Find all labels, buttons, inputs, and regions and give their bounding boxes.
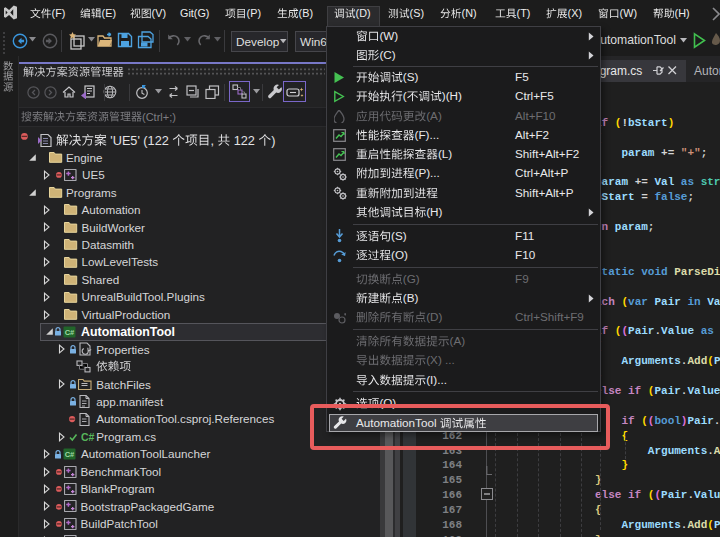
svg-text:C#: C# xyxy=(64,328,74,337)
svg-text:(N): (N) xyxy=(462,7,477,19)
svg-text:(: ( xyxy=(403,90,407,103)
svg-text:(P)...: (P)... xyxy=(415,167,440,180)
svg-text:(S): (S) xyxy=(403,70,419,83)
svg-text:(F)...: (F)... xyxy=(415,128,440,141)
svg-text:(H): (H) xyxy=(426,205,442,218)
svg-text:,: , xyxy=(210,133,217,147)
svg-text:(B): (B) xyxy=(299,7,313,19)
svg-text:Ctrl+F5: Ctrl+F5 xyxy=(515,90,554,103)
svg-text:(W): (W) xyxy=(620,7,637,19)
svg-text:(W): (W) xyxy=(379,30,398,43)
svg-text:C#: C# xyxy=(64,450,74,459)
svg-text:(V): (V) xyxy=(152,7,166,19)
svg-text:Ctrl+Shift+F9: Ctrl+Shift+F9 xyxy=(515,311,584,324)
svg-text:Alt+F10: Alt+F10 xyxy=(515,109,556,122)
svg-text:(E): (E) xyxy=(102,7,116,19)
svg-text:(S): (S) xyxy=(410,7,424,19)
svg-text:)(H): )(H) xyxy=(442,90,462,103)
svg-text:(I)...: (I)... xyxy=(426,373,447,386)
svg-text:(X) ...: (X) ... xyxy=(426,354,455,367)
svg-text:(F): (F) xyxy=(52,7,66,19)
svg-text:F9: F9 xyxy=(515,272,529,285)
svg-text:(L): (L) xyxy=(438,148,452,161)
svg-text:): ) xyxy=(271,133,275,147)
svg-text:Git(G): Git(G) xyxy=(180,7,209,19)
svg-text:(B): (B) xyxy=(403,291,419,304)
svg-text:(D): (D) xyxy=(356,7,371,19)
svg-text:(T): (T) xyxy=(517,7,531,19)
svg-text:(O): (O) xyxy=(391,249,408,262)
svg-text:(X): (X) xyxy=(568,7,582,19)
svg-text:F10: F10 xyxy=(515,249,536,262)
svg-text:(A): (A) xyxy=(426,109,442,122)
svg-text:(C): (C) xyxy=(379,49,395,62)
svg-text:Shift+Alt+P: Shift+Alt+P xyxy=(515,186,574,199)
svg-text:Alt+F2: Alt+F2 xyxy=(515,128,549,141)
svg-text:(P): (P) xyxy=(247,7,261,19)
svg-text:(S): (S) xyxy=(391,229,407,242)
svg-text:F11: F11 xyxy=(515,229,534,242)
svg-text:(Ctrl+;): (Ctrl+;) xyxy=(142,111,176,123)
svg-text:122: 122 xyxy=(230,133,258,147)
svg-text:(D): (D) xyxy=(426,311,442,324)
svg-text:Ctrl+Alt+P: Ctrl+Alt+P xyxy=(515,167,568,180)
svg-text:Shift+Alt+F2: Shift+Alt+F2 xyxy=(515,148,579,161)
svg-text:(A): (A) xyxy=(450,334,466,347)
svg-text:C#: C# xyxy=(81,431,95,443)
svg-text:(H): (H) xyxy=(675,7,690,19)
svg-text:F5: F5 xyxy=(515,70,529,83)
svg-text:'UE5' (122: 'UE5' (122 xyxy=(107,133,173,147)
svg-text:(G): (G) xyxy=(403,272,420,285)
